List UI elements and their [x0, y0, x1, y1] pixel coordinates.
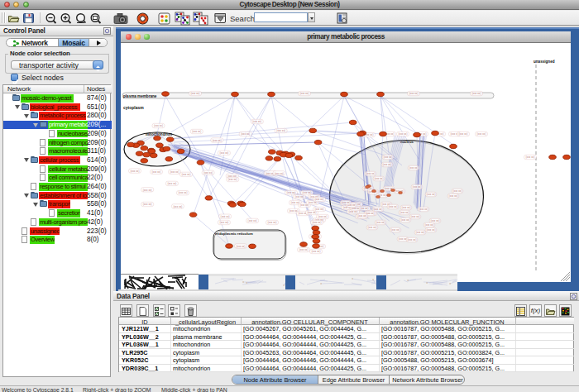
svg-text:(xxx xx): (xxx xx)	[374, 208, 383, 211]
svg-text:(xxx xx): (xxx xx)	[213, 139, 222, 142]
svg-text:(xxx xx): (xxx xx)	[376, 221, 385, 224]
svg-text:(xxx xx): (xxx xx)	[312, 250, 321, 253]
svg-text:(xxx xx): (xxx xx)	[416, 231, 425, 234]
svg-text:(xxx xx): (xxx xx)	[402, 206, 411, 209]
svg-text:(xxx xx): (xxx xx)	[167, 182, 176, 185]
svg-text:(xxx xx): (xxx xx)	[459, 132, 468, 136]
svg-text:(xxx xx): (xxx xx)	[295, 195, 304, 198]
svg-text:unassigned: unassigned	[534, 60, 555, 64]
svg-text:(xxx xx): (xxx xx)	[409, 92, 419, 95]
svg-text:(xxx xx): (xxx xx)	[419, 208, 428, 211]
svg-text:(xxx xx): (xxx xx)	[400, 211, 409, 214]
svg-text:(xxx xx): (xxx xx)	[131, 170, 140, 173]
svg-text:(xxx xx): (xxx xx)	[431, 219, 440, 222]
svg-text:(xxx xx): (xxx xx)	[192, 130, 201, 133]
svg-text:(xxx xx): (xxx xx)	[358, 214, 367, 218]
svg-text:(xxx xx): (xxx xx)	[425, 223, 434, 227]
svg-text:(xxx xx): (xxx xx)	[409, 166, 419, 170]
svg-text:(xxx xx): (xxx xx)	[252, 120, 261, 123]
svg-text:(xxx xx): (xxx xx)	[389, 205, 398, 208]
svg-text:(xxx xx): (xxx xx)	[143, 203, 152, 206]
svg-text:(xxx xx): (xxx xx)	[237, 245, 246, 248]
svg-text:(xxx xx): (xxx xx)	[375, 177, 384, 180]
svg-text:endoplasmic reticulum: endoplasmic reticulum	[215, 232, 253, 236]
svg-text:(xxx xx): (xxx xx)	[427, 228, 436, 232]
svg-text:(xxx xx): (xxx xx)	[170, 170, 179, 174]
svg-text:(xxx xx): (xxx xx)	[366, 172, 376, 175]
svg-text:(xxx xx): (xxx xx)	[472, 92, 481, 95]
svg-text:(xxx xx): (xxx xx)	[179, 191, 188, 194]
svg-text:(xxx xx): (xxx xx)	[182, 173, 191, 176]
svg-text:(xxx xx): (xxx xx)	[248, 219, 257, 222]
svg-text:(xxx xx): (xxx xx)	[268, 221, 277, 224]
svg-text:(xxx xx): (xxx xx)	[154, 124, 163, 127]
svg-text:(xxx xx): (xxx xx)	[449, 194, 458, 198]
svg-text:(xxx xx): (xxx xx)	[315, 198, 324, 201]
svg-text:(xxx xx): (xxx xx)	[203, 171, 213, 174]
svg-text:(xxx xx): (xxx xx)	[219, 221, 228, 224]
svg-text:(xxx xx): (xxx xx)	[342, 201, 351, 204]
svg-text:(xxx xx): (xxx xx)	[219, 151, 228, 155]
svg-text:(xxx xx): (xxx xx)	[383, 163, 392, 166]
svg-text:(xxx xx): (xxx xx)	[300, 92, 309, 95]
svg-text:(xxx xx): (xxx xx)	[391, 228, 400, 232]
svg-text:(xxx xx): (xxx xx)	[228, 178, 237, 181]
svg-text:(xxx xx): (xxx xx)	[275, 172, 284, 175]
svg-text:(xxx xx): (xxx xx)	[276, 129, 285, 132]
svg-text:(xxx xx): (xxx xx)	[221, 215, 230, 218]
svg-text:(xxx xx): (xxx xx)	[411, 215, 420, 218]
svg-text:(xxx xx): (xxx xx)	[384, 155, 393, 159]
svg-text:plasma membrane: plasma membrane	[123, 94, 157, 98]
svg-text:(xxx xx): (xxx xx)	[315, 208, 324, 211]
svg-text:(xxx xx): (xxx xx)	[152, 170, 161, 174]
svg-text:(xxx xx): (xxx xx)	[408, 238, 417, 241]
svg-text:(xxx xx): (xxx xx)	[413, 185, 422, 189]
svg-text:(xxx xx): (xxx xx)	[143, 189, 152, 192]
svg-text:(xxx xx): (xxx xx)	[287, 191, 296, 194]
svg-text:(xxx xx): (xxx xx)	[427, 193, 436, 196]
svg-text:cytoplasm: cytoplasm	[123, 105, 144, 110]
svg-text:(xxx xx): (xxx xx)	[299, 248, 309, 251]
svg-text:(xxx xx): (xxx xx)	[453, 189, 462, 193]
svg-text:(xxx xx): (xxx xx)	[526, 155, 535, 159]
svg-text:(xxx xx): (xxx xx)	[241, 132, 250, 136]
svg-text:(xxx xx): (xxx xx)	[303, 191, 312, 194]
svg-text:(xxx xx): (xxx xx)	[313, 221, 322, 224]
svg-text:(xxx xx): (xxx xx)	[477, 132, 486, 136]
svg-text:(xxx xx): (xxx xx)	[399, 132, 408, 136]
svg-text:(xxx xx): (xxx xx)	[401, 218, 410, 222]
svg-text:(xxx xx): (xxx xx)	[191, 92, 200, 95]
svg-text:(xxx xx): (xxx xx)	[173, 205, 182, 208]
svg-text:(xxx xx): (xxx xx)	[318, 215, 328, 218]
svg-text:(xxx xx): (xxx xx)	[368, 226, 377, 229]
svg-text:(xxx xx): (xxx xx)	[399, 237, 408, 241]
